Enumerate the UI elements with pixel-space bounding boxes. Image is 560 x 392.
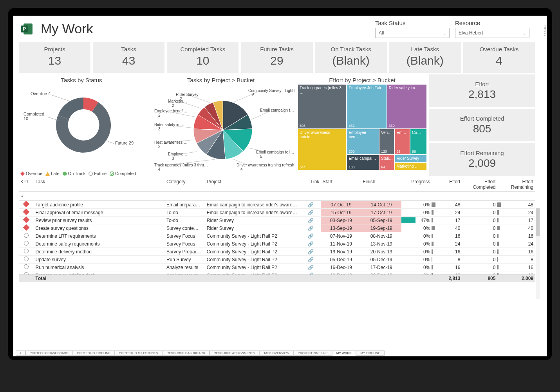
effort-card[interactable]: Effort 2,813 <box>429 74 535 107</box>
link-icon[interactable]: 🔗 <box>308 241 314 247</box>
report-tab[interactable]: RESOURCE DASHBOARD <box>162 350 209 356</box>
svg-text:Community Survey - Light Rail : Community Survey - Light Rail P2 <box>248 89 295 93</box>
table-header[interactable]: Project <box>205 177 301 192</box>
table-header[interactable]: Finish <box>361 177 401 192</box>
table-header[interactable]: Start <box>321 177 361 192</box>
treemap-cell[interactable]: Stati… 64 <box>379 155 395 170</box>
treemap-value: 608 <box>300 124 305 128</box>
table-row[interactable]: Review prior survey results To-do Rider … <box>19 217 535 224</box>
sort-indicator-icon[interactable]: ▼ <box>20 195 24 199</box>
start-date: 19-Dec-19 <box>321 271 361 275</box>
effort-cell: 16 <box>432 271 462 275</box>
kpi-future-icon <box>24 264 29 269</box>
task-category: Run Survey <box>165 256 205 264</box>
link-icon[interactable]: 🔗 <box>308 249 314 255</box>
table-row[interactable]: Prepare survey briefing deck Analyze res… <box>19 271 535 275</box>
effort-card[interactable]: Effort Remaining 2,009 <box>429 143 535 176</box>
legend-item[interactable]: On Track <box>63 171 86 176</box>
kpi-future-icon <box>24 249 29 253</box>
table-header[interactable]: Link <box>301 177 321 192</box>
task-category: Survey Focus <box>165 240 205 248</box>
chart-tasks-by-status[interactable]: Tasks by Status Overdue 4 Completed 10 F… <box>19 74 144 176</box>
effort-cards-column: Effort 2,813 Effort Completed 805 Effort… <box>429 74 535 176</box>
kpi-value: 13 <box>20 54 89 67</box>
kpi-card[interactable]: Late Tasks (Blank) <box>389 42 461 73</box>
treemap-label: Marketing … <box>397 164 419 168</box>
treemap-cell[interactable]: Ven… 120 <box>379 129 395 155</box>
task-project: Email campaign to increase rider's aware… <box>205 201 301 209</box>
kpi-card[interactable]: Tasks 43 <box>93 42 164 73</box>
treemap-value: 120 <box>381 150 387 154</box>
kpi-card[interactable]: Projects 13 <box>19 42 90 73</box>
finish-date: 20-Dec-19 <box>361 271 401 275</box>
link-icon[interactable]: 🔗 <box>308 210 314 215</box>
table-row[interactable]: Update survey Run Survey Community Surve… <box>19 256 535 264</box>
treemap-cell[interactable]: Email campai… 180 <box>347 155 379 170</box>
table-row[interactable]: Run numerical analysis Analyze results C… <box>19 264 535 271</box>
chart-tasks-by-project[interactable]: Tasks by Project > Bucket Community Surv… <box>146 74 295 176</box>
kpi-card[interactable]: Overdue Tasks 4 <box>463 42 535 73</box>
report-tab[interactable]: MY WORK <box>332 350 356 356</box>
kpi-card[interactable]: Future Tasks 29 <box>241 42 313 73</box>
report-tab[interactable]: PORTFOLIO DASHBOARD <box>25 350 73 356</box>
link-icon[interactable]: 🔗 <box>308 273 314 275</box>
task-status-dropdown[interactable]: All ⌄ <box>375 28 450 38</box>
treemap-cell[interactable]: Rider Survey <box>395 155 427 163</box>
report-tab[interactable]: PORTFOLIO TIMELINE <box>73 350 115 356</box>
kpi-card[interactable]: On Track Tasks (Blank) <box>315 42 387 73</box>
table-header[interactable]: Effort <box>432 177 462 192</box>
table-header[interactable]: Task <box>34 177 165 192</box>
report-tab[interactable]: MY TIMELINE <box>356 350 385 356</box>
table-scrollbar[interactable] <box>536 208 540 299</box>
report-tab[interactable]: PORTFOLIO MILESTONES <box>115 350 163 356</box>
charts-row: Tasks by Status Overdue 4 Completed 10 F… <box>13 74 547 177</box>
effort-card[interactable]: Effort Completed 805 <box>429 109 535 142</box>
treemap-cell[interactable]: Rider safety im… 360 <box>387 84 427 129</box>
legend-item[interactable]: Future <box>89 171 107 176</box>
table-row[interactable]: Determine delivery method Survey Prepar…… <box>19 248 535 256</box>
table-header[interactable]: KPI <box>19 177 34 192</box>
table-row[interactable]: Determine safety requirements Survey Foc… <box>19 240 535 248</box>
effort-completed-cell: 0 <box>462 264 497 271</box>
chart-effort-by-project[interactable]: Effort by Project > Bucket Track upgrade… <box>298 74 427 176</box>
report-tab[interactable]: PROJECT TIMELINE <box>294 350 332 356</box>
report-tab[interactable]: RESOURCE ASSIGNMENTS <box>210 350 259 356</box>
effort-cell: 17 <box>432 217 462 224</box>
link-icon[interactable]: 🔗 <box>308 233 314 239</box>
legend-item[interactable]: Completed <box>110 171 136 176</box>
svg-text:Email campaign to i…: Email campaign to i… <box>256 150 294 154</box>
link-icon[interactable]: 🔗 <box>308 257 314 262</box>
table-header[interactable]: Effort Remaining <box>497 177 535 192</box>
legend-item[interactable]: Late <box>45 171 59 176</box>
finish-date: 19-Sep-19 <box>361 224 401 232</box>
treemap-cell[interactable]: Em… 96 <box>395 129 410 155</box>
treemap-cell[interactable]: Marketing … <box>395 163 427 170</box>
treemap-cell[interactable]: Track upgrades (miles 3 … 608 <box>298 84 347 129</box>
treemap-cell[interactable]: Driver awareness trainin… 544 <box>298 129 347 170</box>
table-header[interactable]: Category <box>165 177 205 192</box>
table-header[interactable]: Effort Completed <box>462 177 497 192</box>
link-icon[interactable]: 🔗 <box>308 202 314 208</box>
filters-pane-toggle[interactable]: Filters ‹ <box>540 18 547 36</box>
table-row[interactable]: Determine LRT requirements Survey Focus … <box>19 232 535 240</box>
treemap-label: Stati… <box>381 156 393 161</box>
link-icon[interactable]: 🔗 <box>308 265 314 270</box>
finish-date: 14-Oct-19 <box>361 201 401 209</box>
report-tab[interactable]: TASK OVERVIEW <box>259 350 294 356</box>
table-row[interactable]: Target audience profile Email prepara… E… <box>19 201 535 209</box>
tab-nav-left[interactable]: ‹ <box>16 350 25 356</box>
legend-item[interactable]: Overdue <box>20 171 42 176</box>
table-row[interactable]: Final approval of email message To-do Em… <box>19 209 535 217</box>
treemap-cell[interactable]: Employee ben… 200 <box>347 129 379 155</box>
effort-completed-cell: 0 <box>462 271 497 275</box>
chart-title: Tasks by Status <box>19 74 144 84</box>
page-title: My Work <box>41 21 370 36</box>
table-row[interactable]: Create survey questionss Survey conte… R… <box>19 224 535 232</box>
kpi-card[interactable]: Completed Tasks 10 <box>167 42 238 73</box>
resource-dropdown[interactable]: Elva Hebert ⌄ <box>455 28 529 38</box>
treemap-cell[interactable]: Employee Job Fair 432 <box>347 84 387 129</box>
link-icon[interactable]: 🔗 <box>308 218 314 223</box>
treemap-cell[interactable]: Co… 96 <box>410 129 427 155</box>
table-header[interactable]: Progress <box>401 177 432 192</box>
link-icon[interactable]: 🔗 <box>308 226 314 231</box>
